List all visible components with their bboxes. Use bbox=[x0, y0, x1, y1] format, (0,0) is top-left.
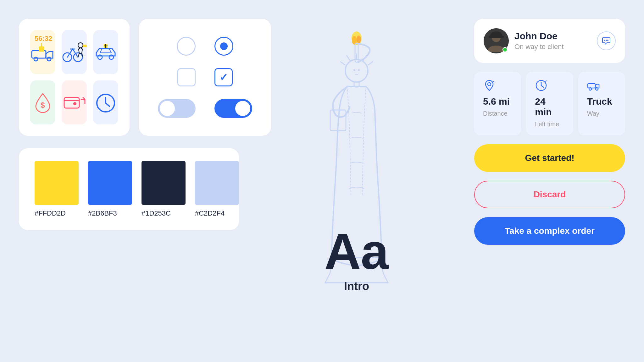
swatch-label-light: #C2D2F4 bbox=[195, 209, 225, 217]
checkmark-icon: ✓ bbox=[219, 71, 228, 83]
time-icon bbox=[535, 79, 547, 93]
toggles-card: ✓ bbox=[139, 19, 271, 136]
delivery-icon-cell: 56:32 bbox=[30, 30, 55, 74]
timer-label: 56:32 bbox=[35, 35, 52, 43]
wallet-icon-cell bbox=[62, 80, 87, 124]
swatch-box-yellow bbox=[35, 161, 79, 205]
location-pin-icon bbox=[483, 79, 496, 92]
bike-icon-cell bbox=[62, 30, 87, 74]
svg-point-17 bbox=[73, 102, 76, 105]
radio-selected[interactable] bbox=[214, 37, 233, 56]
swatch-label-yellow: #FFDD2D bbox=[35, 209, 66, 217]
get-started-button[interactable]: Get started! bbox=[474, 144, 625, 172]
svg-point-29 bbox=[353, 69, 355, 71]
taxi-icon-cell bbox=[93, 30, 118, 74]
time-label: Left time bbox=[535, 121, 559, 128]
svg-rect-41 bbox=[588, 84, 595, 88]
left-column: 56:32 bbox=[19, 19, 239, 230]
svg-line-28 bbox=[340, 62, 346, 65]
wallet-icon bbox=[62, 90, 87, 115]
driver-card: John Doe On way to client bbox=[474, 19, 625, 63]
driver-info: John Doe On way to client bbox=[484, 28, 564, 53]
swatch-yellow: #FFDD2D bbox=[35, 161, 79, 217]
typography-sample: Aa bbox=[325, 226, 389, 277]
palette-card: #FFDD2D #2B6BF3 #1D253C #C2D2F4 bbox=[19, 148, 239, 230]
avatar-wrap bbox=[484, 28, 509, 53]
svg-rect-35 bbox=[489, 36, 504, 38]
svg-point-37 bbox=[606, 40, 607, 41]
svg-point-21 bbox=[357, 36, 361, 43]
svg-line-27 bbox=[347, 55, 350, 61]
stat-distance: 5.6 mi Distance bbox=[474, 72, 521, 135]
swatch-label-blue: #2B6BF3 bbox=[88, 209, 117, 217]
discard-button[interactable]: Discard bbox=[474, 181, 625, 208]
toggle-thumb-on bbox=[235, 101, 250, 116]
svg-point-8 bbox=[78, 43, 83, 48]
stat-time: 24 min Left time bbox=[526, 72, 573, 135]
svg-point-23 bbox=[345, 59, 368, 82]
icon-grid: 56:32 bbox=[30, 30, 118, 124]
way-label: Way bbox=[587, 110, 599, 117]
clock-icon bbox=[93, 90, 118, 115]
typography-display: Aa Intro bbox=[325, 226, 389, 293]
svg-point-38 bbox=[607, 40, 608, 41]
driver-status: On way to client bbox=[514, 43, 564, 51]
palette-swatches: #FFDD2D #2B6BF3 #1D253C #C2D2F4 bbox=[35, 161, 223, 217]
checkbox-unchecked[interactable] bbox=[177, 68, 196, 86]
taxi-icon bbox=[93, 40, 118, 65]
toggle-on[interactable] bbox=[214, 99, 252, 118]
switch-row bbox=[158, 99, 252, 118]
svg-rect-9 bbox=[83, 45, 87, 47]
chat-icon bbox=[602, 36, 611, 45]
typography-label: Intro bbox=[325, 280, 389, 293]
icon-grid-card: 56:32 bbox=[19, 19, 130, 136]
svg-point-39 bbox=[488, 83, 491, 86]
distance-icon bbox=[483, 79, 496, 93]
swatch-label-dark: #1D253C bbox=[142, 209, 171, 217]
clock-stat-icon bbox=[535, 79, 547, 92]
chat-button[interactable] bbox=[597, 31, 616, 50]
radio-unselected[interactable] bbox=[177, 37, 196, 56]
stats-row: 5.6 mi Distance 24 min Left time bbox=[474, 72, 625, 135]
swatch-blue: #2B6BF3 bbox=[88, 161, 132, 217]
clock-icon-cell bbox=[93, 80, 118, 124]
way-value: Truck bbox=[587, 96, 612, 107]
checkbox-row: ✓ bbox=[177, 68, 233, 86]
svg-point-42 bbox=[589, 88, 591, 90]
driver-text: John Doe On way to client bbox=[514, 31, 564, 51]
online-indicator bbox=[502, 47, 508, 52]
svg-point-43 bbox=[596, 88, 598, 90]
toggle-off[interactable] bbox=[158, 99, 196, 118]
middle-column: Aa Intro bbox=[252, 19, 462, 343]
radio-row bbox=[177, 37, 233, 56]
distance-value: 5.6 mi bbox=[483, 96, 510, 107]
svg-rect-0 bbox=[32, 51, 46, 58]
toggle-thumb-off bbox=[160, 101, 175, 116]
stat-way: Truck Way bbox=[578, 72, 625, 135]
swatch-box-blue bbox=[88, 161, 132, 205]
drop-icon: $ bbox=[30, 90, 55, 115]
time-value: 24 min bbox=[535, 96, 564, 118]
swatch-light: #C2D2F4 bbox=[195, 161, 239, 217]
right-column: John Doe On way to client bbox=[474, 19, 625, 245]
drop-icon-cell: $ bbox=[30, 80, 55, 124]
svg-text:$: $ bbox=[41, 101, 45, 109]
driver-name: John Doe bbox=[514, 31, 564, 41]
distance-label: Distance bbox=[483, 110, 508, 117]
truck-way-icon bbox=[587, 79, 600, 93]
delivery-truck-icon bbox=[30, 40, 55, 65]
radio-inner-dot bbox=[220, 42, 228, 50]
svg-point-36 bbox=[604, 40, 605, 41]
truck-icon bbox=[587, 79, 600, 92]
svg-rect-16 bbox=[64, 97, 79, 108]
swatch-box-light bbox=[195, 161, 239, 205]
svg-line-26 bbox=[368, 62, 373, 65]
bike-icon bbox=[62, 40, 87, 65]
complex-order-button[interactable]: Take a complex order bbox=[474, 217, 625, 245]
svg-point-30 bbox=[358, 69, 360, 71]
swatch-box-dark bbox=[142, 161, 186, 205]
checkbox-checked[interactable]: ✓ bbox=[214, 68, 233, 86]
swatch-dark: #1D253C bbox=[142, 161, 186, 217]
